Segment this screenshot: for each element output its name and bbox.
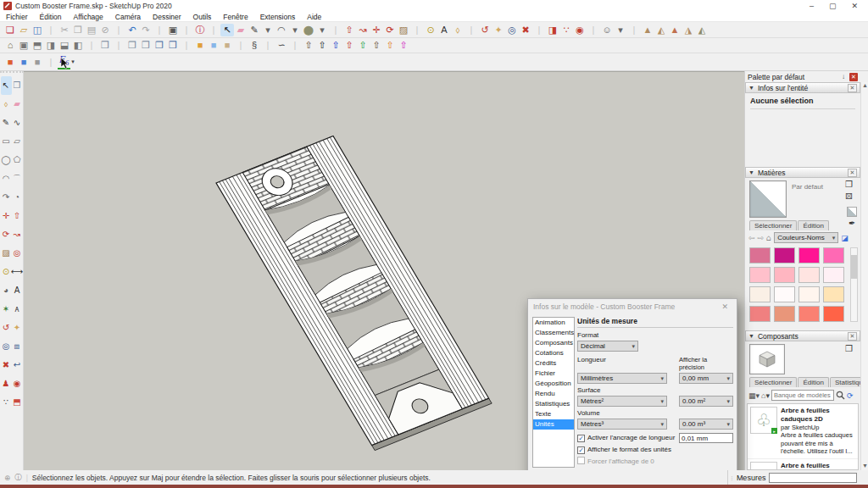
copy-button[interactable]: ❐ bbox=[71, 24, 85, 36]
surface-unit-select[interactable]: Mètres²▾ bbox=[577, 396, 667, 407]
material-swatch[interactable] bbox=[774, 306, 795, 322]
push-arrow-brown-tool[interactable]: ⇧ bbox=[302, 39, 315, 52]
entity-info-header[interactable]: ▼ Infos sur l'entité ✕ bbox=[745, 82, 860, 93]
material-swatch[interactable] bbox=[774, 247, 795, 263]
tray-close-icon[interactable]: ✕ bbox=[849, 73, 858, 81]
collapse-icon[interactable]: ▼ bbox=[748, 169, 754, 175]
toolbar-separator[interactable]: | bbox=[207, 24, 220, 36]
eraser-tool[interactable]: ▰ bbox=[234, 24, 248, 36]
toolbar-separator[interactable]: | bbox=[85, 39, 98, 52]
toolbar-separator[interactable]: | bbox=[112, 24, 125, 36]
toolbar-separator[interactable]: | bbox=[44, 56, 58, 69]
category-item[interactable]: Cotations bbox=[533, 348, 574, 358]
three-point-arc-tool[interactable]: ↷ bbox=[1, 188, 12, 207]
undo-button[interactable]: ↶ bbox=[125, 24, 139, 36]
toolbar-separator[interactable]: | bbox=[587, 24, 600, 36]
arc-tool[interactable]: ◠ bbox=[275, 24, 288, 36]
dropdown-arrow[interactable]: ▾ bbox=[261, 24, 275, 36]
material-swatch[interactable] bbox=[749, 267, 771, 283]
toolbar-separator[interactable]: | bbox=[329, 24, 342, 36]
eraser-tool[interactable]: ▰ bbox=[12, 95, 23, 114]
measurements-input[interactable] bbox=[769, 473, 857, 483]
component-list-item[interactable]: ♧▸ Arbre à feuilles caduques 2D par Sket… bbox=[748, 404, 858, 459]
freehand-tool[interactable]: ∿ bbox=[12, 114, 23, 132]
paint-bucket-tool[interactable]: ⬨ bbox=[451, 24, 465, 36]
spiral-tool[interactable]: § bbox=[248, 39, 261, 52]
style-box-orange-button[interactable]: ■ bbox=[193, 39, 207, 52]
sync-icon[interactable]: ⟳ bbox=[847, 391, 854, 400]
look-around-tool[interactable]: ◉ bbox=[573, 24, 587, 36]
toolbar-separator[interactable]: | bbox=[112, 39, 125, 52]
circle-tool[interactable]: ◯ bbox=[1, 151, 12, 169]
new-file-button[interactable]: ❏ bbox=[3, 24, 17, 36]
material-swatch[interactable] bbox=[749, 286, 771, 302]
dialog-close-button[interactable]: ✕ bbox=[718, 302, 732, 311]
explode-component-button[interactable]: ❒ bbox=[139, 39, 153, 52]
components-tab[interactable]: Édition bbox=[798, 377, 828, 387]
f6-plugin-button[interactable]: F6 bbox=[58, 54, 70, 69]
look-around-tool[interactable]: ◉ bbox=[12, 374, 23, 393]
menu-item[interactable]: Fenêtre bbox=[217, 13, 253, 21]
position-camera-tool[interactable]: ♟ bbox=[1, 374, 12, 393]
close-button[interactable]: ✕ bbox=[851, 2, 858, 10]
menu-item[interactable]: Édition bbox=[34, 13, 68, 21]
rectangle-tool[interactable]: ▭ bbox=[1, 132, 12, 151]
geolocation-icon[interactable]: ⊕ bbox=[4, 474, 10, 482]
tray-scrollbar[interactable]: ▲▼ bbox=[860, 82, 868, 470]
rotate-tool[interactable]: ⟳ bbox=[383, 24, 397, 36]
scroll-up-icon[interactable]: ▲ bbox=[862, 82, 868, 88]
push-arrow-darkbrown-tool[interactable]: ⇧ bbox=[370, 39, 383, 52]
pan-tool[interactable]: ✦ bbox=[492, 24, 505, 36]
material-swatch[interactable] bbox=[798, 286, 820, 302]
two-point-arc-tool[interactable]: ⌒ bbox=[12, 169, 23, 188]
secondary-pane-icon[interactable]: ❐ bbox=[845, 180, 853, 189]
dropdown-arrow[interactable]: ▾ bbox=[71, 58, 75, 65]
material-swatch[interactable] bbox=[774, 267, 795, 283]
category-item[interactable]: Statistiques bbox=[533, 399, 574, 409]
format-select[interactable]: Décimal▾ bbox=[577, 341, 638, 352]
polygon-tool[interactable]: ⬠ bbox=[12, 151, 23, 169]
line-tool[interactable]: ✎ bbox=[1, 114, 12, 132]
entity-info-close-icon[interactable]: ✕ bbox=[848, 84, 857, 92]
push-arrow-black-tool[interactable]: ⇧ bbox=[315, 39, 329, 52]
material-swatch[interactable] bbox=[823, 286, 844, 302]
menu-item[interactable]: Extensions bbox=[254, 13, 302, 21]
model-frame[interactable] bbox=[216, 136, 492, 451]
text-tool[interactable]: A bbox=[437, 24, 451, 36]
zoom-tool[interactable]: ◎ bbox=[1, 337, 12, 356]
previous-view-button[interactable]: ↩ bbox=[12, 356, 23, 374]
toolbar-separator[interactable]: | bbox=[627, 24, 641, 36]
shapes-tool[interactable]: ⬤ bbox=[302, 24, 315, 36]
components-tab[interactable]: Sélectionner bbox=[749, 377, 797, 387]
rotate-tool[interactable]: ⟳ bbox=[1, 225, 12, 244]
zoom-window-tool[interactable]: ⧈ bbox=[12, 337, 23, 356]
category-item[interactable]: Rendu bbox=[533, 389, 574, 399]
select-tool[interactable]: ↖ bbox=[220, 24, 234, 36]
component-search-input[interactable] bbox=[771, 390, 834, 401]
material-swatch[interactable] bbox=[749, 247, 771, 263]
offset-tool[interactable]: ◎ bbox=[12, 244, 23, 263]
material-swatch[interactable] bbox=[823, 267, 844, 283]
create-material-icon[interactable]: ⚄ bbox=[845, 191, 853, 201]
redo-button[interactable]: ↷ bbox=[139, 24, 153, 36]
save-button[interactable]: ◫ bbox=[31, 24, 44, 36]
position-camera-tool[interactable]: ◨ bbox=[546, 24, 559, 36]
line-tool[interactable]: ✎ bbox=[248, 24, 261, 36]
axes-tool[interactable]: ✶ bbox=[1, 300, 12, 319]
menu-item[interactable]: Caméra bbox=[109, 13, 147, 21]
menu-item[interactable]: Dessiner bbox=[147, 13, 187, 21]
zoom-extents-button[interactable]: ✖ bbox=[1, 356, 12, 374]
front-view-button[interactable]: ⬒ bbox=[31, 39, 44, 52]
smoove-tool[interactable]: ▲ bbox=[668, 24, 682, 36]
paste-button[interactable]: ▤ bbox=[85, 24, 98, 36]
category-item[interactable]: Fichier bbox=[533, 369, 574, 379]
section-plane-tool[interactable]: ⬒ bbox=[12, 393, 23, 412]
search-icon[interactable] bbox=[836, 391, 845, 400]
length-snap-input[interactable]: 0,01 mm bbox=[679, 433, 733, 443]
menu-item[interactable]: Outils bbox=[187, 13, 218, 21]
zoom-extents-button[interactable]: ✖ bbox=[519, 24, 532, 36]
stamp-tool[interactable]: ◮ bbox=[682, 24, 695, 36]
materials-tab[interactable]: Édition bbox=[798, 220, 828, 230]
dropdown-arrow[interactable]: ▾ bbox=[288, 24, 302, 36]
arc-tool[interactable]: ◠ bbox=[1, 169, 12, 188]
